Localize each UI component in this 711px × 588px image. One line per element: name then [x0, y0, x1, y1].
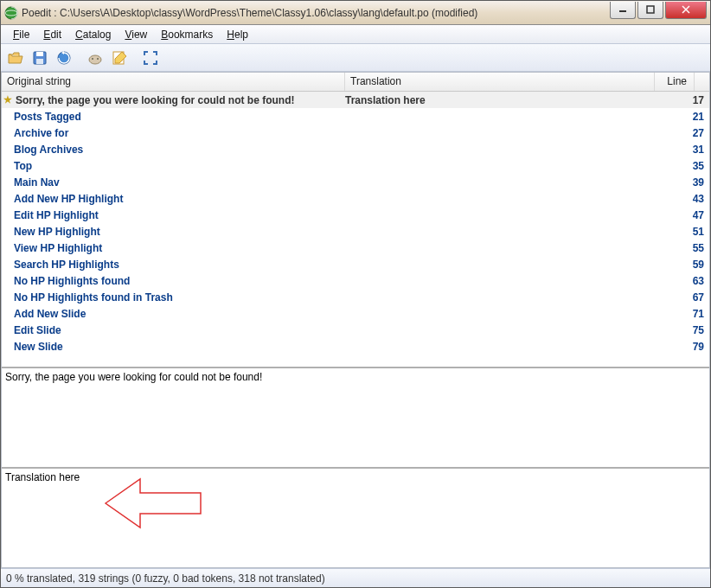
translation-editor	[2, 467, 709, 567]
open-button[interactable]	[4, 47, 27, 69]
line-number: 21	[669, 111, 709, 123]
line-number: 35	[669, 160, 709, 172]
col-translation[interactable]: Translation	[345, 73, 655, 91]
orig-text: Sorry, the page you were looking for cou…	[16, 94, 294, 106]
table-row[interactable]: New HP Highlight51	[2, 223, 709, 240]
orig-text: Blog Archives	[14, 144, 83, 156]
window-title: Poedit : C:\Users\A\Desktop\classy\WordP…	[22, 7, 610, 19]
orig-text: Add New HP Highlight	[14, 193, 123, 205]
status-bar: 0 % translated, 319 strings (0 fuzzy, 0 …	[1, 568, 710, 587]
main-panel: Original string Translation Line ★Sorry,…	[1, 72, 710, 568]
svg-rect-7	[36, 52, 43, 56]
line-number: 39	[669, 176, 709, 189]
line-number: 59	[669, 259, 709, 271]
source-editor	[2, 367, 709, 467]
menu-bookmarks[interactable]: Bookmarks	[154, 27, 220, 42]
close-button[interactable]	[665, 2, 707, 19]
svg-rect-3	[647, 6, 654, 13]
fullscreen-button[interactable]	[139, 47, 162, 69]
orig-text: Main Nav	[14, 176, 60, 189]
orig-text: Search HP Highlights	[14, 259, 119, 271]
line-number: 55	[669, 242, 709, 254]
app-icon	[4, 6, 18, 20]
col-scroll-gutter	[695, 73, 709, 91]
source-textarea[interactable]	[2, 368, 709, 467]
table-row[interactable]: No HP Highlights found in Trash67	[2, 289, 709, 305]
table-row[interactable]: Edit Slide75	[2, 322, 709, 338]
minimize-button[interactable]	[610, 2, 636, 19]
table-header: Original string Translation Line	[2, 73, 709, 92]
svg-point-11	[92, 58, 93, 60]
edit-button[interactable]	[108, 47, 131, 69]
line-number: 51	[669, 226, 709, 238]
line-number: 47	[669, 209, 709, 221]
table-row[interactable]: Edit HP Highlight47	[2, 207, 709, 223]
menu-help[interactable]: Help	[220, 27, 255, 42]
line-number: 63	[669, 275, 709, 287]
maximize-button[interactable]	[637, 2, 663, 19]
trans-text: Translation here	[345, 94, 669, 106]
line-number: 75	[669, 324, 709, 336]
table-row[interactable]: Add New Slide71	[2, 305, 709, 322]
table-row[interactable]: ★Sorry, the page you were looking for co…	[2, 92, 709, 108]
table-row[interactable]: Posts Tagged21	[2, 108, 709, 125]
window-controls	[610, 2, 707, 19]
toolbar	[1, 44, 710, 72]
save-button[interactable]	[29, 47, 51, 69]
orig-text: No HP Highlights found in Trash	[14, 291, 173, 304]
status-text: 0 % translated, 319 strings (0 fuzzy, 0 …	[6, 572, 325, 585]
line-number: 71	[669, 308, 709, 320]
orig-text: Edit HP Highlight	[14, 209, 99, 221]
orig-text: No HP Highlights found	[14, 275, 130, 287]
translation-textarea[interactable]	[2, 469, 709, 567]
line-number: 79	[669, 341, 709, 353]
svg-rect-8	[36, 59, 43, 64]
table-row[interactable]: Main Nav39	[2, 174, 709, 190]
table-row[interactable]: View HP Highlight55	[2, 240, 709, 256]
table-row[interactable]: No HP Highlights found63	[2, 272, 709, 289]
table-row[interactable]: Archive for27	[2, 125, 709, 141]
app-window: Poedit : C:\Users\A\Desktop\classy\WordP…	[0, 0, 711, 588]
line-number: 43	[669, 193, 709, 205]
menu-file[interactable]: File	[6, 27, 36, 42]
orig-text: New HP Highlight	[14, 226, 100, 238]
menu-view[interactable]: View	[118, 27, 154, 42]
refresh-button[interactable]	[53, 47, 75, 69]
title-bar[interactable]: Poedit : C:\Users\A\Desktop\classy\WordP…	[1, 1, 710, 25]
orig-text: New Slide	[14, 341, 63, 353]
menu-bar: File Edit Catalog View Bookmarks Help	[1, 25, 710, 44]
table-row[interactable]: New Slide79	[2, 338, 709, 355]
table-row[interactable]: Blog Archives31	[2, 141, 709, 157]
menu-edit[interactable]: Edit	[36, 27, 68, 42]
line-number: 27	[669, 127, 709, 139]
col-original[interactable]: Original string	[2, 73, 345, 91]
orig-text: View HP Highlight	[14, 242, 102, 254]
orig-text: Posts Tagged	[14, 111, 81, 123]
line-number: 17	[669, 94, 709, 106]
orig-text: Add New Slide	[14, 308, 86, 320]
orig-text: Edit Slide	[14, 324, 61, 336]
svg-point-12	[97, 58, 99, 60]
menu-catalog[interactable]: Catalog	[68, 27, 118, 42]
line-number: 31	[669, 144, 709, 156]
col-line[interactable]: Line	[655, 73, 695, 91]
table-body[interactable]: ★Sorry, the page you were looking for co…	[2, 92, 709, 367]
star-icon: ★	[3, 94, 12, 105]
table-row[interactable]: Add New HP Highlight43	[2, 190, 709, 207]
orig-text: Top	[14, 160, 32, 172]
table-row[interactable]: Top35	[2, 157, 709, 174]
svg-point-10	[89, 55, 101, 64]
validate-button[interactable]	[84, 47, 106, 69]
line-number: 67	[669, 291, 709, 304]
table-row[interactable]: Search HP Highlights59	[2, 256, 709, 272]
orig-text: Archive for	[14, 127, 68, 139]
